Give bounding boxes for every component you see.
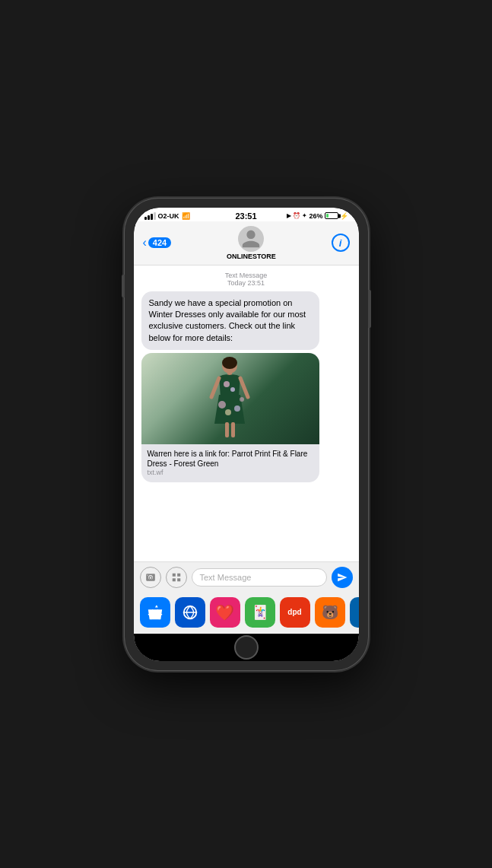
info-icon: i	[339, 237, 342, 249]
game-icon[interactable]: 🐻	[315, 597, 345, 628]
svg-point-6	[234, 405, 240, 412]
bluetooth-icon: ✦	[302, 212, 307, 219]
message-bubble-1: Sandy we have a special promotion on Win…	[141, 291, 320, 351]
apps-button[interactable]	[166, 567, 187, 588]
svg-point-4	[230, 387, 235, 392]
timestamp-date: Today 23:51	[227, 279, 265, 287]
info-button[interactable]: i	[332, 234, 350, 252]
bubble-1-text: Sandy we have a special promotion on Win…	[149, 298, 306, 342]
message-timestamp: Text Message Today 23:51	[141, 272, 351, 287]
contact-name-label: ONLINESTORE	[227, 253, 276, 260]
status-right: ▶ ⏰ ✦ 26% ⚡	[287, 212, 348, 220]
location-icon: ▶	[287, 212, 291, 219]
image-link: txt.wf	[148, 469, 314, 478]
apps-icon	[171, 572, 182, 583]
svg-point-7	[225, 409, 231, 415]
svg-rect-9	[225, 422, 229, 437]
camera-icon	[145, 572, 156, 583]
timestamp-type: Text Message	[225, 272, 268, 279]
status-bar: O2-UK 📶 23:51 ▶ ⏰ ✦ 26% ⚡	[134, 208, 359, 221]
dress-svg	[205, 355, 255, 443]
ios-screen: O2-UK 📶 23:51 ▶ ⏰ ✦ 26% ⚡	[134, 208, 359, 661]
status-time: 23:51	[235, 211, 256, 221]
messages-area: Text Message Today 23:51 Sandy we have a…	[134, 265, 359, 561]
svg-point-5	[218, 401, 226, 409]
back-button[interactable]: ‹ 424	[143, 236, 172, 250]
svg-point-1	[222, 357, 237, 369]
contact-info[interactable]: ONLINESTORE	[227, 226, 276, 260]
app-drawer: ❤️ 🃏 dpd 🐻 xe	[134, 593, 359, 634]
xe-icon[interactable]: xe	[350, 597, 359, 628]
avatar-icon	[240, 228, 262, 250]
cards-icon[interactable]: 🃏	[245, 597, 275, 628]
send-button[interactable]	[332, 567, 353, 588]
alarm-icon: ⏰	[293, 212, 300, 219]
charging-icon: ⚡	[340, 212, 348, 220]
signal-icon	[144, 212, 156, 220]
camera-button[interactable]	[140, 567, 161, 588]
message-input[interactable]: Text Message	[192, 568, 327, 587]
avatar	[238, 226, 264, 252]
battery-icon	[325, 212, 338, 219]
phone-screen: O2-UK 📶 23:51 ▶ ⏰ ✦ 26% ⚡	[134, 208, 359, 661]
svg-point-3	[224, 381, 230, 387]
back-chevron-icon: ‹	[143, 236, 147, 250]
back-count-badge: 424	[148, 237, 171, 248]
app-store-icon[interactable]	[140, 597, 170, 628]
phone-device: O2-UK 📶 23:51 ▶ ⏰ ✦ 26% ⚡	[125, 199, 368, 670]
dress-image	[141, 353, 320, 444]
image-caption: Warren here is a link for: Parrot Print …	[141, 444, 320, 482]
send-icon	[337, 572, 348, 583]
browser-icon[interactable]	[175, 597, 205, 628]
input-area: Text Message	[134, 561, 359, 593]
image-caption-text: Warren here is a link for: Parrot Print …	[148, 449, 314, 469]
svg-rect-10	[231, 422, 235, 437]
status-left: O2-UK 📶	[144, 212, 190, 220]
svg-point-8	[240, 397, 244, 402]
home-button-area	[134, 634, 359, 661]
battery-percent: 26%	[309, 212, 322, 220]
message-bubble-image[interactable]: Warren here is a link for: Parrot Print …	[141, 353, 320, 482]
wifi-icon: 📶	[182, 212, 190, 220]
navigation-bar: ‹ 424 ONLINESTORE i	[134, 221, 359, 265]
carrier-label: O2-UK	[158, 212, 179, 220]
dpd-icon[interactable]: dpd	[280, 597, 310, 628]
hearts-icon[interactable]: ❤️	[210, 597, 240, 628]
home-button[interactable]	[234, 635, 259, 660]
